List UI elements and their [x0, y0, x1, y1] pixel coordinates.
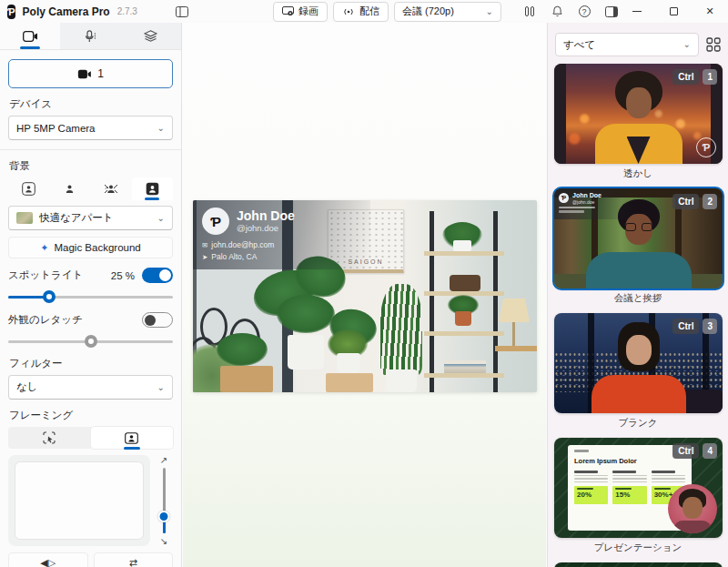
camera-source-button[interactable]: 1	[8, 59, 173, 88]
main-preview-area: SAIGON Ƥ	[183, 23, 546, 567]
microphone-icon	[84, 30, 96, 43]
ctrl-badge: Ctrl	[672, 194, 699, 209]
person-light-blur-icon	[63, 182, 76, 196]
camera-preview-video[interactable]: SAIGON Ƥ	[193, 200, 537, 392]
notifications-button[interactable]	[547, 3, 567, 21]
framing-mode-tabs	[8, 427, 173, 449]
spotlight-slider[interactable]	[8, 290, 173, 303]
left-sidebar: 1 デバイス HP 5MP Camera ⌄ 背景	[0, 23, 182, 567]
filter-select[interactable]: なし ⌄	[8, 375, 173, 400]
zoom-track[interactable]	[163, 468, 166, 533]
preset-tile-image[interactable]: Lorem Ipsum Ctrl5	[554, 562, 723, 567]
app-version: 2.7.3	[117, 6, 137, 16]
help-button[interactable]: ?	[574, 3, 594, 21]
meeting-quality-value: 会議 (720p)	[402, 5, 454, 18]
key-badge: 2	[703, 194, 717, 209]
close-icon: ✕	[705, 5, 713, 17]
background-thumbnail	[16, 212, 33, 224]
camera-panel: 1 デバイス HP 5MP Camera ⌄ 背景	[0, 50, 181, 567]
layout-split-button[interactable]	[520, 3, 540, 21]
device-label: デバイス	[9, 97, 172, 111]
preset-tile-label: プレゼンテーション	[554, 542, 722, 554]
bg-mode-light-blur[interactable]	[49, 177, 90, 200]
grid-icon	[706, 37, 721, 52]
ctrl-badge: Ctrl	[672, 69, 699, 85]
preset-tile-image[interactable]: Ctrl1 Ƥ	[554, 64, 723, 164]
framing-preview-area[interactable]	[15, 461, 144, 540]
chevron-down-icon: ⌄	[157, 383, 165, 392]
preset-tile-blank: Ctrl3 ブランク	[554, 313, 722, 430]
bg-mode-strong-blur[interactable]	[91, 177, 132, 200]
grid-view-button[interactable]	[706, 37, 721, 52]
preset-tile-image[interactable]: Ƥ John Doe @john.doe Ctrl2	[554, 188, 723, 289]
sparkle-icon: ✦	[40, 242, 48, 254]
preset-tile-watermark: Ctrl1 Ƥ 透かし	[554, 64, 722, 180]
framing-preview[interactable]	[8, 455, 150, 546]
chevron-down-icon: ⌄	[486, 7, 493, 16]
window-controls: ✕	[619, 0, 728, 23]
record-button[interactable]: 録画	[273, 2, 328, 22]
collapse-icon[interactable]: ↘	[160, 536, 167, 546]
card-email: john.doe@hp.com	[211, 240, 274, 249]
filter-label: フィルター	[9, 357, 172, 370]
background-mode-tabs	[8, 177, 173, 200]
preset-filter-select[interactable]: すべて ⌄	[555, 33, 699, 56]
spotlight-value: 25 %	[111, 270, 135, 281]
name-card-overlay: Ƥ John Doe @john.doe ✉john.doe@hp.com ➤P…	[193, 200, 370, 269]
maximize-button[interactable]	[655, 0, 692, 23]
stream-button[interactable]: 配信	[333, 2, 389, 22]
tab-layers[interactable]	[121, 23, 181, 49]
location-icon: ➤	[202, 253, 207, 261]
person-virtual-bg-icon	[146, 182, 159, 196]
record-icon	[282, 6, 294, 16]
pan-button[interactable]: ⇄	[94, 552, 174, 567]
background-label: 背景	[9, 159, 172, 173]
help-icon: ?	[579, 5, 591, 17]
retouch-label: 外観のレタッチ	[8, 313, 142, 327]
minimize-button[interactable]	[619, 0, 655, 23]
meeting-quality-select[interactable]: 会議 (720p) ⌄	[394, 2, 501, 22]
card-handle: @john.doe	[237, 223, 295, 233]
lamp	[499, 299, 530, 322]
preset-tile-image[interactable]: Lorem Ipsum Dolor 20% 15% 30%+	[554, 438, 723, 538]
avatar: Ƥ	[202, 208, 229, 235]
key-badge: 4	[703, 443, 717, 459]
mini-card-name: John Doe	[572, 192, 602, 199]
bg-mode-virtual[interactable]	[132, 177, 173, 200]
flip-horizontal-icon: ◀▷	[40, 557, 56, 567]
stat-value: 15%	[615, 491, 643, 499]
device-value: HP 5MP Camera	[16, 123, 96, 134]
toggle-left-panel-button[interactable]	[176, 3, 188, 21]
camera-number: 1	[97, 67, 104, 80]
avatar: Ƥ	[559, 193, 569, 203]
retouch-slider[interactable]	[8, 335, 173, 348]
preset-tile-image[interactable]: Ctrl3	[554, 313, 723, 413]
close-button[interactable]: ✕	[692, 0, 728, 23]
shelf	[430, 211, 434, 392]
snake-plant	[380, 284, 422, 375]
retouch-toggle[interactable]	[142, 312, 173, 328]
bg-mode-none[interactable]	[8, 177, 49, 200]
device-select[interactable]: HP 5MP Camera ⌄	[8, 116, 173, 140]
record-label: 録画	[298, 5, 318, 18]
stream-label: 配信	[359, 5, 379, 18]
zoom-thumb[interactable]	[158, 511, 170, 522]
webcam-bubble	[668, 484, 717, 533]
magic-background-button[interactable]: ✦ Magic Background	[8, 237, 173, 258]
expand-icon[interactable]: ↗	[160, 455, 167, 465]
background-preset-select[interactable]: 快適なアパート ⌄	[8, 206, 173, 230]
tab-camera[interactable]	[0, 23, 60, 49]
flip-horizontal-button[interactable]: ◀▷	[8, 552, 88, 567]
slide-title: Lorem Ipsum Dolor	[574, 457, 685, 465]
spotlight-toggle[interactable]	[142, 268, 173, 283]
framing-auto-tab[interactable]	[91, 427, 174, 449]
preset-tile-label: 透かし	[554, 167, 722, 180]
key-badge: 3	[703, 319, 717, 334]
framing-manual-tab[interactable]	[8, 427, 91, 449]
preset-tile-lorem: Lorem Ipsum Ctrl5	[554, 562, 722, 567]
panel-left-icon	[176, 6, 188, 17]
tab-microphone[interactable]	[60, 23, 120, 49]
crop-cursor-icon	[43, 431, 56, 444]
magic-background-label: Magic Background	[54, 242, 140, 253]
card-location: Palo Alto, CA	[211, 252, 257, 261]
